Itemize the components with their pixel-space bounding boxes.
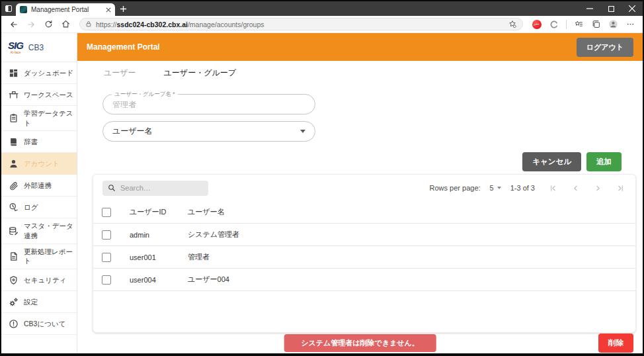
group-name-field[interactable]: ユーザー・グループ名 * — [102, 94, 315, 114]
users-table: ユーザーID ユーザー名 admin システム管理者 user001 管理者 — [93, 201, 635, 291]
main-content: Management Portal ログアウト ユーザー ユーザー・グループ ユ… — [77, 33, 643, 353]
page-tabs: ユーザー ユーザー・グループ — [77, 61, 643, 85]
column-user-name: ユーザー名 — [188, 207, 635, 217]
first-page-icon[interactable] — [547, 182, 559, 194]
toolbar-divider — [566, 20, 567, 29]
url-path: /manage/acounts/groups — [188, 21, 264, 28]
pagination-range: 1-3 of 3 — [510, 184, 535, 192]
window-controls — [579, 1, 643, 16]
extension-gray-icon[interactable] — [547, 18, 561, 31]
url-host: ssdc024-cb302.cbx.ai — [117, 21, 188, 28]
sidebar-item-learning-data-test[interactable]: 学習データテスト — [1, 106, 77, 131]
brand-name: CB3 — [28, 43, 44, 52]
database-icon — [8, 226, 19, 236]
table-header-row: ユーザーID ユーザー名 — [93, 201, 635, 224]
user-name-select[interactable]: ユーザー名 — [102, 121, 315, 142]
cell-user-id: user004 — [130, 276, 188, 284]
table-row[interactable]: admin システム管理者 — [93, 224, 635, 246]
logout-button[interactable]: ログアウト — [577, 38, 633, 57]
previous-page-icon[interactable] — [569, 182, 581, 194]
select-all-checkbox[interactable] — [102, 208, 111, 217]
row-checkbox[interactable] — [102, 230, 111, 240]
row-checkbox[interactable] — [102, 253, 111, 262]
browser-toolbar: https://ssdc024-cb302.cbx.ai/manage/acou… — [1, 16, 643, 33]
error-toast: システム管理者は削除できません。 — [284, 334, 436, 352]
new-tab-icon[interactable] — [115, 1, 131, 16]
logo-text: SIG — [8, 40, 23, 50]
delete-button[interactable]: 削除 — [598, 334, 633, 353]
sidebar-item-update-report[interactable]: 更新処理レポート — [1, 244, 77, 269]
table-toolbar: Rows per page: 5 1-3 of 3 — [93, 175, 635, 201]
sidebar-item-security[interactable]: セキュリティ — [1, 269, 77, 291]
sidebar-item-log[interactable]: ログ — [1, 197, 77, 218]
person-icon — [8, 159, 19, 169]
dashboard-icon — [8, 68, 19, 78]
add-button[interactable]: 追加 — [586, 152, 622, 171]
app-logo: SIG AI-face CB3 — [1, 33, 77, 62]
lock-icon — [85, 21, 92, 28]
sidebar-item-dashboard[interactable]: ダッシュボード — [1, 62, 77, 84]
book-icon — [8, 137, 19, 147]
workspace-icon — [8, 90, 19, 100]
tab-favicon — [20, 6, 27, 13]
sidebar-item-dictionary[interactable]: 辞書 — [1, 131, 77, 153]
tab-user-groups[interactable]: ユーザー・グループ — [164, 67, 236, 79]
page-footer: システム管理者は削除できません。 削除 — [77, 333, 643, 353]
url-text: https://ssdc024-cb302.cbx.ai/manage/acou… — [96, 21, 504, 28]
report-icon — [8, 251, 19, 261]
last-page-icon[interactable] — [614, 182, 626, 194]
site-permissions-icon[interactable] — [508, 20, 517, 28]
form-actions: キャンセル 追加 — [77, 152, 643, 171]
browser-window: Management Portal — [0, 0, 644, 356]
tab-close-icon[interactable] — [106, 7, 111, 13]
minimize-icon[interactable] — [579, 1, 600, 16]
row-checkbox[interactable] — [102, 275, 111, 285]
clipboard-icon — [8, 113, 19, 123]
profile-avatar-icon[interactable] — [606, 18, 620, 31]
extension-red-icon[interactable] — [530, 18, 544, 31]
tab-actions-menu-icon[interactable] — [1, 1, 16, 16]
cell-user-id: admin — [130, 231, 188, 239]
sidebar-item-about[interactable]: CB3について — [1, 313, 77, 335]
tab-users[interactable]: ユーザー — [104, 67, 136, 79]
favorites-icon[interactable] — [571, 18, 586, 31]
cancel-button[interactable]: キャンセル — [522, 152, 581, 171]
shield-icon — [8, 275, 19, 285]
sidebar-item-workspace[interactable]: ワークスペース — [1, 84, 77, 106]
sidebar-nav: ダッシュボード ワークスペース 学習データテスト 辞書 アカウント — [1, 62, 77, 353]
paperclip-icon — [8, 181, 19, 191]
group-name-input[interactable] — [112, 100, 305, 109]
address-bar[interactable]: https://ssdc024-cb302.cbx.ai/manage/acou… — [79, 18, 523, 30]
browser-tab[interactable]: Management Portal — [16, 3, 115, 16]
info-icon — [8, 319, 19, 329]
collections-icon[interactable] — [588, 18, 603, 31]
maximize-icon[interactable] — [600, 1, 622, 16]
table-row[interactable]: user001 管理者 — [93, 246, 635, 269]
back-icon[interactable] — [7, 18, 21, 31]
url-scheme: https:// — [96, 21, 117, 28]
rows-per-page-label: Rows per page: — [430, 184, 481, 192]
table-row[interactable]: user004 ユーザー004 — [93, 269, 635, 291]
chevron-down-icon — [300, 130, 305, 133]
browser-menu-icon[interactable] — [623, 18, 637, 31]
cell-user-name: システム管理者 — [188, 230, 635, 240]
group-form: ユーザー・グループ名 * ユーザー名 — [77, 94, 643, 142]
sidebar-item-accounts[interactable]: アカウント — [1, 153, 77, 175]
history-icon — [8, 202, 19, 212]
next-page-icon[interactable] — [592, 182, 604, 194]
close-window-icon[interactable] — [622, 1, 643, 16]
sig-logo: SIG AI-face — [8, 40, 23, 54]
home-icon[interactable] — [58, 18, 73, 31]
sidebar-item-external-link[interactable]: 外部連携 — [1, 175, 77, 197]
tab-title: Management Portal — [31, 6, 102, 13]
sidebar-item-settings[interactable]: 設定 — [1, 291, 77, 313]
forward-icon[interactable] — [24, 18, 38, 31]
pagination: Rows per page: 5 1-3 of 3 — [430, 182, 626, 194]
search-box[interactable] — [102, 181, 208, 196]
search-icon — [108, 184, 116, 192]
sidebar-item-master-data-link[interactable]: マスタ・データ連携 — [1, 218, 77, 244]
pagination-buttons — [547, 182, 626, 194]
rows-per-page-select[interactable]: 5 — [490, 184, 501, 192]
search-input[interactable] — [120, 184, 203, 192]
refresh-icon[interactable] — [41, 18, 56, 31]
